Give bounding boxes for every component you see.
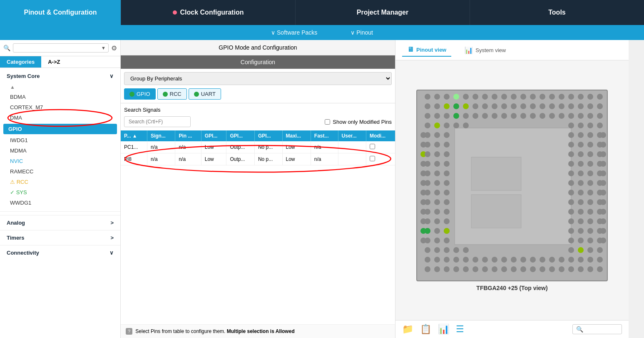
svg-point-100	[578, 247, 584, 253]
svg-point-212	[434, 228, 440, 234]
sub-nav-software-packs[interactable]: ∨ Software Packs	[271, 29, 317, 36]
svg-point-58	[578, 113, 584, 119]
nav-item-clock[interactable]: Clock Configuration	[121, 0, 296, 25]
svg-point-41	[597, 103, 603, 109]
sidebar-item-iwdg1[interactable]: IWDG1	[0, 135, 120, 145]
tab-btn-gpio[interactable]: GPIO	[124, 88, 156, 100]
svg-point-63	[444, 123, 450, 128]
sidebar-item-mdma[interactable]: MDMA	[0, 145, 120, 156]
row1-modified-checkbox[interactable]	[370, 144, 375, 149]
svg-point-11	[492, 94, 497, 100]
sidebar-item-bdma[interactable]: BDMA	[0, 92, 120, 102]
sidebar-item-sys[interactable]: ✓ SYS	[0, 187, 120, 198]
sidebar-item-gpio[interactable]: GPIO	[3, 124, 117, 134]
sidebar-item-rcc[interactable]: ⚠ RCC	[0, 177, 120, 187]
svg-point-16	[540, 94, 545, 100]
search-signals: Search Signals	[121, 103, 395, 116]
svg-point-49	[492, 113, 497, 119]
svg-point-29	[482, 103, 488, 109]
tab-az[interactable]: A->Z	[41, 56, 67, 68]
sidebar-item-nvic[interactable]: NVIC	[0, 156, 120, 166]
svg-point-95	[434, 247, 440, 253]
tab-system-view[interactable]: 📊 System view	[460, 44, 511, 57]
toolbar-icon-4[interactable]: ☰	[456, 324, 464, 335]
tab-pinout-view[interactable]: 🖥 Pinout view	[402, 43, 451, 57]
svg-point-188	[587, 190, 593, 195]
nav-item-tools[interactable]: Tools	[470, 0, 644, 25]
svg-point-6	[444, 94, 450, 100]
svg-point-204	[425, 218, 430, 224]
svg-point-108	[472, 257, 478, 263]
svg-point-182	[597, 180, 603, 186]
tab-btn-uart[interactable]: UART	[189, 88, 221, 100]
svg-point-13	[511, 94, 517, 100]
search-input[interactable]	[16, 45, 101, 51]
system-view-icon: 📊	[465, 46, 473, 54]
sidebar-item-dma[interactable]: DMA	[0, 113, 120, 123]
nav-item-project[interactable]: Project Manager	[296, 0, 470, 25]
sidebar-item-wwdg1[interactable]: WWDG1	[0, 198, 120, 208]
category-connectivity[interactable]: Connectivity ∨	[0, 245, 120, 260]
svg-point-26	[453, 103, 459, 109]
group-by-select[interactable]: Group By Peripherals	[124, 72, 392, 85]
rcc-dot	[163, 92, 168, 97]
modified-pins-checkbox[interactable]	[325, 119, 330, 125]
sidebar-item-ramecc[interactable]: RAMECC	[0, 166, 120, 177]
toolbar-search-input[interactable]	[585, 326, 618, 332]
row2-modified-checkbox[interactable]	[370, 156, 375, 161]
svg-point-52	[520, 113, 526, 119]
svg-point-194	[578, 199, 584, 205]
svg-point-175	[597, 170, 603, 176]
svg-point-17	[549, 94, 555, 100]
toolbar-icon-3[interactable]: 📊	[438, 324, 449, 335]
signal-search-input[interactable]	[124, 116, 191, 127]
svg-point-191	[434, 199, 440, 205]
toolbar-icon-2[interactable]: 📋	[420, 324, 431, 335]
category-analog[interactable]: Analog >	[0, 215, 120, 230]
svg-point-34	[530, 103, 536, 109]
svg-point-220	[444, 238, 450, 243]
sidebar-tabs: Categories A->Z	[0, 56, 120, 68]
sub-nav-pinout[interactable]: ∨ Pinout	[351, 29, 373, 36]
svg-point-36	[549, 103, 555, 109]
svg-point-37	[559, 103, 564, 109]
svg-point-123	[434, 266, 440, 272]
svg-point-23	[425, 103, 430, 109]
svg-point-48	[482, 113, 488, 119]
svg-point-109	[482, 257, 488, 263]
svg-point-166	[578, 161, 584, 167]
svg-point-179	[568, 180, 574, 186]
svg-point-61	[425, 123, 430, 128]
gear-icon[interactable]: ⚙	[111, 44, 117, 52]
nav-item-pinout[interactable]: Pinout & Configuration	[0, 0, 121, 25]
svg-point-195	[587, 199, 593, 205]
svg-point-140	[597, 266, 603, 272]
center-panel: GPIO Mode and Configuration Configuratio…	[121, 40, 395, 338]
svg-point-129	[492, 266, 497, 272]
svg-point-161	[597, 151, 603, 157]
toolbar-icon-1[interactable]: 📁	[402, 324, 413, 335]
svg-point-55	[549, 113, 555, 119]
svg-point-113	[520, 257, 526, 263]
sidebar-search-row: 🔍 ▼ ⚙	[0, 40, 120, 56]
category-system-core[interactable]: System Core ∨	[0, 70, 120, 83]
tab-categories[interactable]: Categories	[0, 56, 41, 68]
sidebar-item-up-arrow[interactable]: ▲	[0, 83, 120, 92]
svg-point-150	[597, 132, 603, 138]
svg-point-131	[511, 266, 517, 272]
tab-btn-rcc[interactable]: RCC	[157, 88, 187, 100]
svg-point-173	[578, 170, 584, 176]
category-timers[interactable]: Timers >	[0, 230, 120, 245]
main-container: 🔍 ▼ ⚙ Categories A->Z System Core ∨	[0, 40, 644, 338]
table-row[interactable]: PI8 n/a n/a Low Outp... No p... Low n/a	[121, 153, 395, 165]
table-row[interactable]: PC1... n/a n/a Low Outp... No p... Low n…	[121, 141, 395, 153]
chip-label: TFBGA240 +25 (Top view)	[476, 285, 547, 291]
svg-point-145	[434, 142, 440, 148]
svg-point-118	[568, 257, 574, 263]
sidebar-item-cortex-m7[interactable]: CORTEX_M7	[0, 102, 120, 113]
svg-point-183	[425, 190, 430, 195]
category-arrow-icon: ∨	[109, 73, 114, 79]
gpio-table: P... ▲ Sign... Pin ... GPI... GPI... GPI…	[121, 130, 395, 165]
svg-point-125	[453, 266, 459, 272]
svg-point-132	[520, 266, 526, 272]
